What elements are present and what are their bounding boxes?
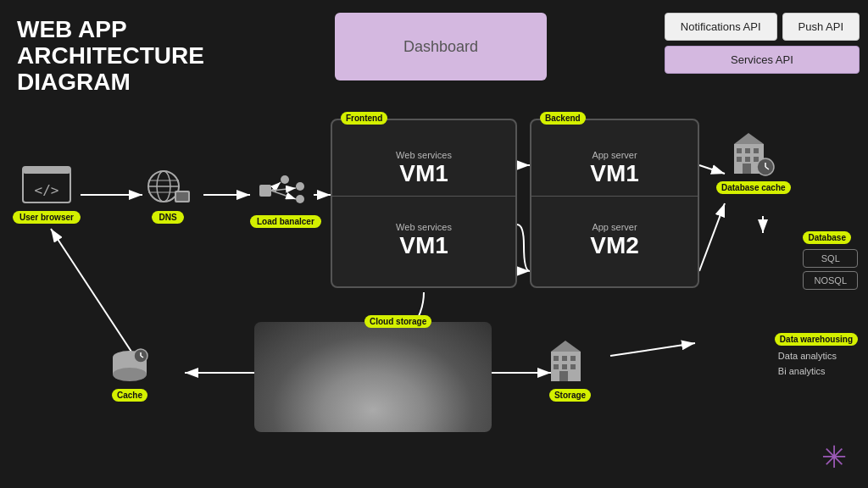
svg-rect-31 [745,148,750,153]
svg-rect-45 [554,364,559,369]
push-api-box: Push API [782,13,860,41]
page-title: WEB APP ARCHITECTURE DIAGRAM [17,17,204,95]
svg-rect-13 [23,167,70,174]
svg-line-6 [699,203,725,271]
user-browser-component: </> User browser [13,165,81,224]
svg-line-9 [610,343,695,356]
load-balancer-icon [258,169,313,212]
svg-point-52 [113,368,147,381]
svg-point-23 [281,175,289,184]
nosql-box: NOSQL [803,271,858,290]
database-cache-icon [730,131,776,178]
backend-box: Backend App server VM1 App server VM2 [530,119,699,288]
svg-rect-32 [754,148,759,153]
svg-rect-36 [743,164,751,174]
dns-icon [142,165,193,208]
svg-line-28 [271,191,296,199]
user-browser-icon: </> [21,165,72,208]
database-section: Database SQL NOSQL [803,229,858,290]
svg-rect-43 [562,356,567,361]
svg-text:</>: </> [35,182,59,198]
svg-rect-42 [554,356,559,361]
svg-rect-22 [259,185,271,197]
svg-rect-35 [754,157,759,162]
svg-point-24 [296,182,304,191]
dashboard-box: Dashboard [335,13,547,80]
cloud-storage-label: Cloud storage [364,315,431,328]
decorative-asterisk: ✳ [821,440,847,475]
svg-line-11 [51,229,131,352]
svg-marker-37 [734,133,764,144]
svg-point-25 [296,195,304,203]
data-warehousing-section: Data warehousing Data analytics Bi analy… [775,330,858,378]
load-balancer-component: Load banalcer [250,169,321,228]
svg-rect-44 [570,356,576,361]
cache-component: Cache [108,347,151,402]
svg-rect-47 [570,364,576,369]
data-analytics-label: Data analytics [775,349,858,363]
api-boxes: Notifications API Push API Services API [665,13,860,74]
notifications-api-box: Notifications API [665,13,777,41]
storage-icon [547,339,593,385]
dns-component: DNS [142,165,193,224]
svg-rect-34 [745,157,750,162]
svg-rect-33 [737,157,742,162]
svg-line-27 [271,188,296,191]
database-cache-component: Database cache [716,131,791,194]
services-api-box: Services API [665,46,860,74]
frontend-box: Frontend Web services VM1 Web services V… [331,119,517,288]
svg-marker-49 [551,341,581,352]
svg-rect-46 [562,364,567,369]
bi-analytics-label: Bi analytics [775,364,858,378]
storage-component: Storage [547,339,593,402]
svg-rect-48 [559,371,568,381]
svg-rect-21 [176,192,188,201]
cache-icon [108,347,151,385]
svg-rect-30 [737,148,742,153]
cloud-storage-area [254,322,492,432]
sql-box: SQL [803,249,858,268]
